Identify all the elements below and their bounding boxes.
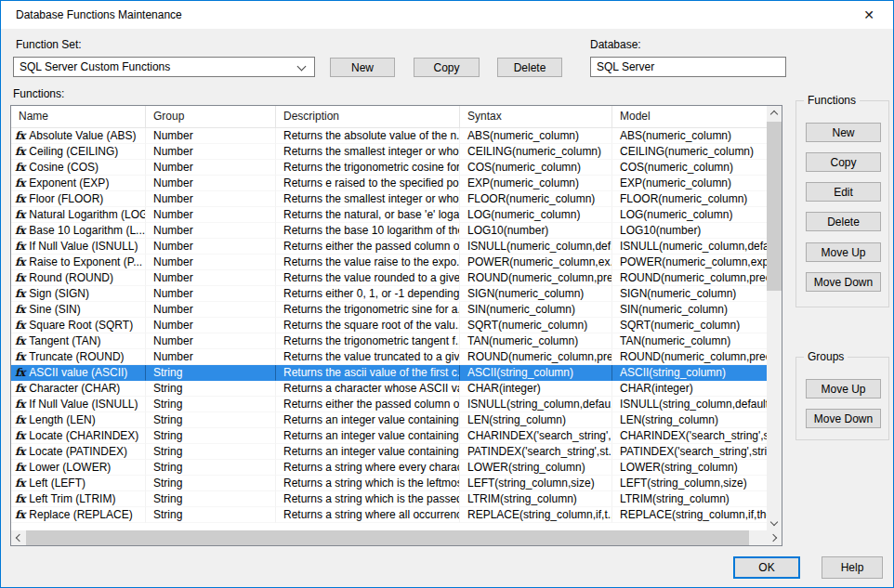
vertical-scroll-thumb[interactable]: [767, 122, 782, 291]
table-row[interactable]: fxRaise to Exponent (P...NumberReturns t…: [11, 255, 767, 270]
function-move-down-button[interactable]: Move Down: [806, 272, 881, 292]
cell-syntax: LOWER(string_column): [460, 460, 612, 476]
column-header-description[interactable]: Description: [276, 106, 460, 128]
table-row[interactable]: fxCosine (COS)NumberReturns the trigonom…: [11, 160, 767, 176]
cell-syntax: LTRIM(string_column): [460, 491, 612, 507]
table-row[interactable]: fxFloor (FLOOR)NumberReturns the smalles…: [11, 191, 767, 207]
table-row[interactable]: fxLower (LOWER)StringReturns a string wh…: [11, 460, 767, 476]
table-row[interactable]: fxExponent (EXP)NumberReturns e raised t…: [11, 176, 767, 191]
cell-group: String: [146, 412, 276, 428]
function-icon: fx: [15, 382, 24, 395]
table-row[interactable]: fxNatural Logarithm (LOG)NumberReturns t…: [11, 207, 767, 223]
table-row[interactable]: fxIf Null Value (ISNULL)StringReturns ei…: [11, 397, 767, 412]
cell-model: FLOOR(numeric_column): [612, 191, 767, 207]
cell-model: ABS(numeric_column): [612, 128, 767, 144]
function-name: Ceiling (CEILING): [29, 145, 118, 158]
table-row[interactable]: fxSine (SIN)NumberReturns the trigonomet…: [11, 302, 767, 318]
help-button[interactable]: Help: [822, 556, 883, 579]
table-row[interactable]: fxSquare Root (SQRT)NumberReturns the sq…: [11, 318, 767, 333]
close-icon[interactable]: ✕: [857, 1, 881, 29]
group-move-up-button[interactable]: Move Up: [806, 379, 881, 399]
table-row[interactable]: fxTruncate (ROUND)NumberReturns the valu…: [11, 349, 767, 365]
function-set-copy-button[interactable]: Copy: [414, 58, 480, 77]
vertical-scrollbar[interactable]: [767, 106, 782, 530]
cell-description: Returns the smallest integer or whol...: [276, 191, 460, 207]
function-icon: fx: [15, 334, 24, 347]
cell-name: fxTruncate (ROUND): [11, 349, 146, 365]
horizontal-scroll-thumb[interactable]: [26, 530, 749, 545]
table-row[interactable]: fxCharacter (CHAR)StringReturns a charac…: [11, 381, 767, 397]
cell-description: Returns the ascii value of the first c..…: [276, 365, 460, 381]
ok-button[interactable]: OK: [733, 556, 800, 579]
function-name: Square Root (SQRT): [29, 319, 133, 332]
scroll-left-icon[interactable]: [11, 530, 26, 545]
function-icon: fx: [15, 271, 24, 284]
cell-model: ROUND(numeric_column,precisio...: [612, 349, 767, 365]
function-set-new-button[interactable]: New: [330, 58, 395, 77]
cell-description: Returns the value raise to the expo...: [276, 255, 460, 270]
column-header-syntax[interactable]: Syntax: [460, 106, 612, 128]
table-row[interactable]: fxIf Null Value (ISNULL)NumberReturns ei…: [11, 239, 767, 255]
function-edit-button[interactable]: Edit: [806, 182, 881, 202]
function-name: ASCII value (ASCII): [29, 366, 127, 379]
table-row[interactable]: fxLocate (CHARINDEX)StringReturns an int…: [11, 428, 767, 444]
function-set-label: Function Set:: [16, 38, 82, 51]
table-row[interactable]: fxSign (SIGN)NumberReturns either 0, 1, …: [11, 286, 767, 302]
cell-description: Returns either the passed column or...: [276, 397, 460, 412]
cell-group: String: [146, 365, 276, 381]
scroll-down-icon[interactable]: [767, 516, 782, 530]
cell-description: Returns a character whose ASCII va...: [276, 381, 460, 397]
table-row[interactable]: fxLength (LEN)StringReturns an integer v…: [11, 412, 767, 428]
table-row[interactable]: fxAbsolute Value (ABS)NumberReturns the …: [11, 128, 767, 144]
table-row[interactable]: fxLocate (PATINDEX)StringReturns an inte…: [11, 444, 767, 460]
function-set-select[interactable]: SQL Server Custom Functions: [13, 57, 315, 77]
cell-name: fxBase 10 Logarithm (L...: [11, 223, 146, 239]
function-name: Left (LEFT): [29, 477, 85, 490]
cell-syntax: LEFT(string_column,size): [460, 476, 612, 491]
cell-name: fxLeft (LEFT): [11, 476, 146, 491]
function-set-delete-button[interactable]: Delete: [497, 58, 562, 77]
function-icon: fx: [15, 145, 24, 158]
table-row[interactable]: fxReplace (REPLACE)StringReturns a strin…: [11, 507, 767, 523]
scroll-up-icon[interactable]: [767, 106, 782, 121]
functions-panel: Functions New Copy Edit Delete Move Up M…: [795, 100, 889, 307]
function-icon: fx: [15, 176, 24, 189]
function-copy-button[interactable]: Copy: [806, 152, 881, 172]
cell-description: Returns an integer value containing ...: [276, 444, 460, 460]
groups-panel: Groups Move Up Move Down: [795, 357, 889, 440]
cell-model: LEN(string_column): [612, 412, 767, 428]
cell-name: fxASCII value (ASCII): [11, 365, 146, 381]
column-header-name[interactable]: Name: [11, 106, 146, 128]
cell-model: POWER(numeric_column,expon...: [612, 255, 767, 270]
table-row[interactable]: fxBase 10 Logarithm (L...NumberReturns t…: [11, 223, 767, 239]
cell-description: Returns the value truncated to a giv...: [276, 349, 460, 365]
table-row[interactable]: fxLeft Trim (LTRIM)StringReturns a strin…: [11, 491, 767, 507]
column-header-model[interactable]: Model: [612, 106, 767, 128]
function-new-button[interactable]: New: [806, 123, 881, 142]
database-label: Database:: [590, 38, 641, 51]
table-row[interactable]: fxTangent (TAN)NumberReturns the trigono…: [11, 333, 767, 349]
horizontal-scrollbar[interactable]: [11, 530, 782, 545]
cell-description: Returns an integer value containing ...: [276, 428, 460, 444]
database-field[interactable]: [590, 57, 786, 77]
function-name: Sine (SIN): [29, 303, 80, 316]
function-name: Character (CHAR): [29, 382, 120, 395]
function-name: Exponent (EXP): [29, 176, 109, 189]
table-row[interactable]: fxCeiling (CEILING)NumberReturns the sma…: [11, 144, 767, 160]
function-delete-button[interactable]: Delete: [806, 212, 881, 231]
cell-name: fxIf Null Value (ISNULL): [11, 397, 146, 412]
function-move-up-button[interactable]: Move Up: [806, 242, 881, 262]
cell-group: Number: [146, 128, 276, 144]
table-row[interactable]: fxRound (ROUND)NumberReturns the value r…: [11, 270, 767, 286]
group-move-down-button[interactable]: Move Down: [806, 409, 881, 428]
table-row[interactable]: fxASCII value (ASCII)StringReturns the a…: [11, 365, 767, 381]
cell-syntax: ABS(numeric_column): [460, 128, 612, 144]
cell-model: LOWER(string_column): [612, 460, 767, 476]
cell-group: Number: [146, 333, 276, 349]
cell-group: Number: [146, 286, 276, 302]
function-icon: fx: [15, 129, 24, 142]
table-row[interactable]: fxLeft (LEFT)StringReturns a string whic…: [11, 476, 767, 491]
function-name: Length (LEN): [29, 413, 95, 426]
column-header-group[interactable]: Group: [146, 106, 276, 128]
scroll-right-icon[interactable]: [767, 530, 782, 545]
